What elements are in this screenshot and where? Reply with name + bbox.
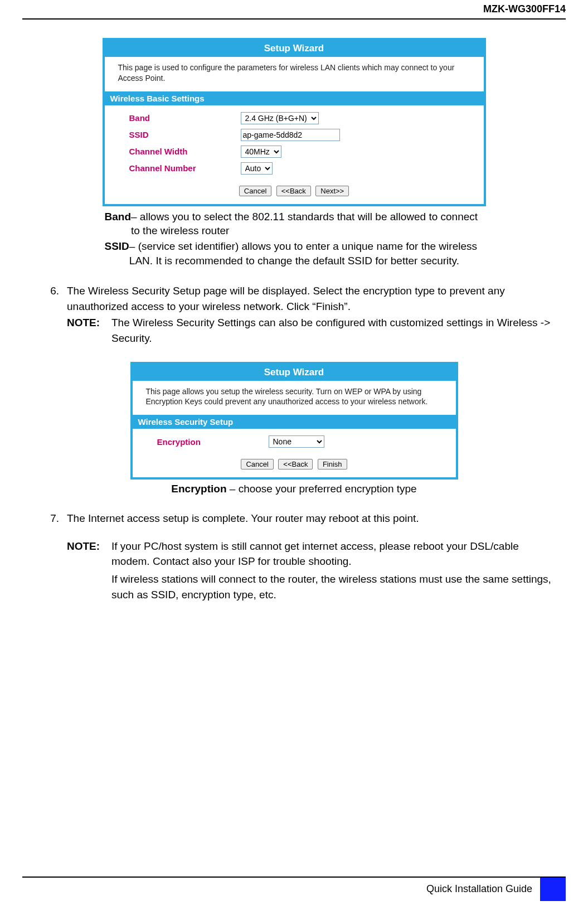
page-footer: Quick Installation Guide [22, 877, 566, 901]
step-6-note: NOTE: The Wireless Security Settings can… [67, 315, 555, 346]
wizard-description: This page is used to configure the param… [105, 57, 484, 91]
footer-text: Quick Installation Guide [426, 878, 540, 901]
step-7-note: NOTE: If your PC/host system is still ca… [67, 539, 555, 602]
step-7-body: The Internet access setup is complete. Y… [67, 511, 555, 526]
channel-width-label: Channel Width [118, 147, 241, 156]
back-button[interactable]: <<Back [278, 459, 313, 469]
definition-band: Band – allows you to select the 802.11 s… [105, 210, 484, 238]
caption-encryption-key: Encryption [171, 483, 226, 495]
wizard2-description: This page allows you setup the wireless … [133, 381, 456, 415]
step-7-notes: NOTE: If your PC/host system is still ca… [33, 539, 555, 602]
step-7-note-text-2: If wireless stations will connect to the… [111, 572, 555, 602]
ssid-input[interactable] [241, 129, 340, 141]
band-label: Band [118, 113, 241, 123]
setup-wizard-security: Setup Wizard This page allows you setup … [130, 362, 458, 480]
setup-wizard-basic: Setup Wizard This page is used to config… [103, 38, 486, 206]
footer-color-box [540, 878, 566, 901]
page-content: Setup Wizard This page is used to config… [33, 27, 555, 607]
definitions-basic: Band – allows you to select the 802.11 s… [105, 210, 484, 268]
cancel-button[interactable]: Cancel [241, 459, 273, 469]
page-header: MZK-WG300FF14 [22, 0, 566, 20]
row-channel-width: Channel Width 40MHz [118, 143, 470, 160]
step-7-note-text-1: If your PC/host system is still cannot g… [111, 539, 555, 569]
step-7-text: The Internet access setup is complete. Y… [67, 511, 555, 526]
step-7: 7. The Internet access setup is complete… [33, 511, 555, 526]
band-select[interactable]: 2.4 GHz (B+G+N) [241, 112, 319, 124]
row-ssid: SSID [118, 127, 470, 143]
row-encryption: Encryption None [146, 433, 443, 450]
step-6-body: The Wireless Security Setup page will be… [67, 283, 555, 350]
finish-button[interactable]: Finish [318, 459, 347, 469]
definition-band-value: – allows you to select the 802.11 standa… [131, 210, 484, 238]
wizard2-buttons: Cancel <<Back Finish [133, 453, 456, 477]
wizard-title: Setup Wizard [105, 40, 484, 57]
back-button[interactable]: <<Back [276, 186, 311, 196]
encryption-label: Encryption [146, 437, 269, 447]
row-channel-number: Channel Number Auto [118, 160, 470, 177]
wizard2-form: Encryption None [133, 429, 456, 453]
wizard-form: Band 2.4 GHz (B+G+N) SSID Channel Width … [105, 105, 484, 180]
step-6: 6. The Wireless Security Setup page will… [33, 283, 555, 350]
definition-band-key: Band [105, 210, 132, 238]
next-button[interactable]: Next>> [315, 186, 349, 196]
page: MZK-WG300FF14 Setup Wizard This page is … [0, 0, 588, 920]
channel-number-select[interactable]: Auto [241, 162, 273, 175]
wizard2-section-heading: Wireless Security Setup [133, 415, 456, 429]
channel-width-select[interactable]: 40MHz [241, 146, 281, 158]
step-7-note-label: NOTE: [67, 539, 111, 602]
row-band: Band 2.4 GHz (B+G+N) [118, 110, 470, 127]
wizard2-title: Setup Wizard [133, 364, 456, 381]
channel-number-label: Channel Number [118, 163, 241, 173]
definition-ssid: SSID – (service set identifier) allows y… [105, 239, 484, 268]
step-6-note-label: NOTE: [67, 315, 111, 346]
step-7-number: 7. [33, 511, 67, 526]
caption-encryption: Encryption – choose your preferred encry… [105, 483, 484, 495]
encryption-select[interactable]: None [269, 435, 324, 448]
wizard-buttons: Cancel <<Back Next>> [105, 180, 484, 204]
definition-ssid-value: – (service set identifier) allows you to… [129, 239, 484, 268]
model-number: MZK-WG300FF14 [483, 3, 566, 14]
definition-ssid-key: SSID [105, 239, 129, 268]
wizard-section-heading: Wireless Basic Settings [105, 91, 484, 105]
step-6-number: 6. [33, 283, 67, 350]
step-6-text: The Wireless Security Setup page will be… [67, 283, 555, 314]
cancel-button[interactable]: Cancel [239, 186, 271, 196]
step-7-note-body: If your PC/host system is still cannot g… [111, 539, 555, 602]
step-6-note-text: The Wireless Security Settings can also … [111, 315, 555, 346]
caption-encryption-text: – choose your preferred encryption type [227, 483, 417, 495]
ssid-label: SSID [118, 130, 241, 139]
